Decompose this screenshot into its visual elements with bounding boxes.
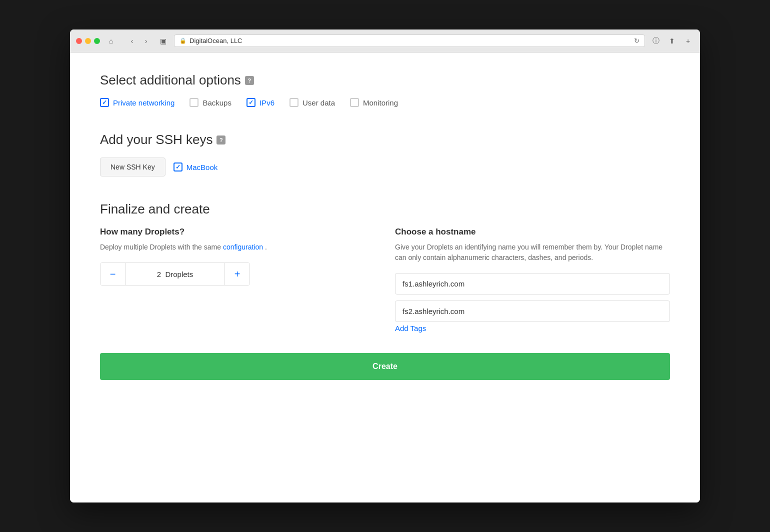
hostname-col-desc: Give your Droplets an identifying name y… bbox=[395, 242, 670, 263]
finalize-grid: How many Droplets? Deploy multiple Dropl… bbox=[100, 227, 670, 333]
hostname-inputs bbox=[395, 273, 670, 322]
droplets-col-desc: Deploy multiple Droplets with the same c… bbox=[100, 242, 375, 252]
ssh-keys-title-text: Add your SSH keys bbox=[100, 132, 212, 148]
lock-icon: 🔒 bbox=[180, 38, 186, 44]
additional-options-title: Select additional options ? bbox=[100, 72, 670, 88]
option-private-networking[interactable]: Private networking bbox=[100, 98, 174, 107]
back-button[interactable]: ‹ bbox=[126, 35, 138, 47]
user-data-label: User data bbox=[302, 98, 335, 107]
ssh-keys-section: Add your SSH keys ? New SSH Key MacBook bbox=[100, 132, 670, 176]
additional-options-section: Select additional options ? Private netw… bbox=[100, 72, 670, 107]
add-tags-link[interactable]: Add Tags bbox=[395, 324, 426, 332]
traffic-lights bbox=[76, 38, 100, 44]
page-content: Select additional options ? Private netw… bbox=[70, 52, 700, 502]
private-networking-checkbox[interactable] bbox=[100, 98, 109, 107]
reload-button[interactable]: ↻ bbox=[634, 37, 640, 44]
ssh-keys-title: Add your SSH keys ? bbox=[100, 132, 670, 148]
create-button[interactable]: Create bbox=[100, 353, 670, 380]
hostname-input-1[interactable] bbox=[395, 273, 670, 294]
additional-options-title-text: Select additional options bbox=[100, 72, 241, 88]
maximize-button[interactable] bbox=[94, 38, 100, 44]
new-ssh-key-button[interactable]: New SSH Key bbox=[100, 158, 166, 176]
backups-checkbox[interactable] bbox=[190, 98, 198, 107]
url-text: DigitalOcean, LLC bbox=[190, 37, 242, 44]
add-tab-icon[interactable]: + bbox=[682, 35, 694, 47]
droplets-col-title: How many Droplets? bbox=[100, 227, 375, 237]
droplets-column: How many Droplets? Deploy multiple Dropl… bbox=[100, 227, 375, 333]
share-icon[interactable]: ⬆ bbox=[666, 35, 678, 47]
sidebar-icon[interactable]: ▣ bbox=[157, 35, 169, 47]
droplets-desc-suffix: . bbox=[265, 243, 267, 251]
navigation-buttons: ‹ › bbox=[126, 35, 152, 47]
finalize-title: Finalize and create bbox=[100, 202, 670, 217]
droplet-count: 2 Droplets bbox=[126, 270, 224, 278]
close-button[interactable] bbox=[76, 38, 82, 44]
droplet-count-unit: Droplets bbox=[165, 270, 193, 278]
option-monitoring[interactable]: Monitoring bbox=[350, 98, 398, 107]
droplets-desc-text: Deploy multiple Droplets with the same bbox=[100, 243, 221, 251]
droplet-count-number: 2 bbox=[157, 270, 161, 278]
home-icon[interactable]: ⌂ bbox=[105, 35, 117, 47]
additional-options-help-badge[interactable]: ? bbox=[245, 76, 254, 85]
finalize-section: Finalize and create How many Droplets? D… bbox=[100, 202, 670, 380]
droplet-counter: − 2 Droplets + bbox=[100, 262, 250, 286]
ssh-keys-row: New SSH Key MacBook bbox=[100, 158, 670, 176]
address-bar[interactable]: 🔒 DigitalOcean, LLC ↻ bbox=[174, 34, 645, 47]
ssh-key-macbook[interactable]: MacBook bbox=[174, 162, 218, 172]
ssh-keys-help-badge[interactable]: ? bbox=[216, 136, 226, 144]
minimize-button[interactable] bbox=[85, 38, 91, 44]
finalize-title-text: Finalize and create bbox=[100, 202, 210, 217]
hostname-input-2[interactable] bbox=[395, 300, 670, 322]
user-data-checkbox[interactable] bbox=[290, 98, 298, 107]
info-icon[interactable]: ⓘ bbox=[650, 35, 662, 47]
monitoring-checkbox[interactable] bbox=[350, 98, 359, 107]
monitoring-label: Monitoring bbox=[363, 98, 398, 107]
decrement-button[interactable]: − bbox=[100, 263, 126, 285]
ipv6-label: IPv6 bbox=[260, 98, 274, 107]
browser-chrome: ⌂ ‹ › ▣ 🔒 DigitalOcean, LLC ↻ ⓘ ⬆ + bbox=[70, 30, 700, 52]
option-user-data[interactable]: User data bbox=[290, 98, 335, 107]
hostname-col-title: Choose a hostname bbox=[395, 227, 670, 237]
browser-window: ⌂ ‹ › ▣ 🔒 DigitalOcean, LLC ↻ ⓘ ⬆ + Sele… bbox=[70, 30, 700, 502]
macbook-key-label: MacBook bbox=[186, 163, 218, 172]
macbook-key-checkbox[interactable] bbox=[174, 162, 182, 172]
configuration-link[interactable]: configuration bbox=[223, 243, 263, 251]
ipv6-checkbox[interactable] bbox=[246, 98, 256, 107]
increment-button[interactable]: + bbox=[224, 263, 250, 285]
forward-button[interactable]: › bbox=[140, 35, 152, 47]
private-networking-label: Private networking bbox=[113, 98, 174, 107]
browser-actions: ⓘ ⬆ + bbox=[650, 35, 694, 47]
backups-label: Backups bbox=[202, 98, 232, 107]
options-row: Private networking Backups IPv6 User dat… bbox=[100, 98, 670, 107]
option-ipv6[interactable]: IPv6 bbox=[246, 98, 274, 107]
option-backups[interactable]: Backups bbox=[190, 98, 232, 107]
hostname-column: Choose a hostname Give your Droplets an … bbox=[395, 227, 670, 333]
